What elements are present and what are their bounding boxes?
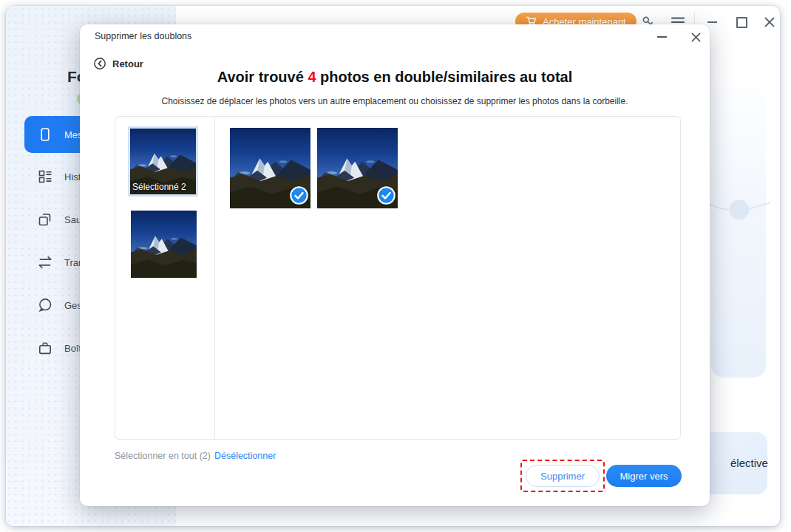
toolbox-icon bbox=[37, 340, 53, 356]
window-close-button[interactable] bbox=[761, 14, 778, 30]
minimize-icon bbox=[707, 21, 717, 23]
migrate-button[interactable]: Migrer vers bbox=[606, 465, 682, 487]
selection-summary-text: Sélectionner en tout (2) bbox=[115, 451, 211, 461]
close-icon bbox=[764, 17, 775, 27]
group-list: Sélectionné 2 bbox=[115, 117, 215, 439]
duplicate-photo-2[interactable] bbox=[317, 128, 398, 208]
mountain-photo bbox=[131, 211, 197, 278]
group-thumbnail-selected[interactable]: Sélectionné 2 bbox=[128, 126, 198, 197]
selection-summary: Sélectionner en tout (2)Désélectionner bbox=[115, 451, 276, 461]
maximize-icon bbox=[736, 17, 747, 28]
delete-duplicates-dialog: Supprimer les doublons Retour Avoir trou… bbox=[80, 24, 710, 506]
window-maximize-button[interactable] bbox=[733, 14, 750, 30]
dialog-title: Supprimer les doublons bbox=[95, 31, 191, 41]
delete-button[interactable]: Supprimer bbox=[526, 465, 600, 487]
dialog-minimize-button[interactable] bbox=[652, 27, 671, 47]
device-preview-panel bbox=[711, 85, 766, 378]
dialog-close-button[interactable] bbox=[686, 27, 705, 47]
dialog-heading: Avoir trouvé 4 photos en double/similair… bbox=[80, 69, 710, 86]
close-icon bbox=[691, 33, 701, 42]
group-thumbnail[interactable] bbox=[131, 211, 197, 278]
duplicate-count: 4 bbox=[308, 69, 316, 85]
phone-icon bbox=[37, 126, 53, 143]
minimize-icon bbox=[657, 36, 667, 38]
transfer-icon bbox=[37, 254, 53, 270]
backup-icon bbox=[37, 211, 53, 228]
checkmark-icon[interactable] bbox=[290, 186, 308, 205]
screen: For Mes a Histor bbox=[0, 0, 791, 532]
heading-suffix: photos en double/similaires au total bbox=[316, 69, 573, 85]
heading-prefix: Avoir trouvé bbox=[217, 69, 308, 85]
back-label: Retour bbox=[112, 58, 143, 69]
deselect-link[interactable]: Désélectionner bbox=[214, 451, 276, 461]
selective-backup-card-text: élective bbox=[730, 457, 768, 469]
duplicates-panel: Sélectionné 2 bbox=[115, 116, 681, 440]
selected-count-overlay: Sélectionné 2 bbox=[132, 182, 186, 192]
duplicate-photo-1[interactable] bbox=[230, 128, 310, 208]
checkmark-icon[interactable] bbox=[377, 186, 396, 205]
history-icon bbox=[37, 168, 53, 185]
chat-icon bbox=[37, 297, 53, 313]
dialog-description: Choisissez de déplacer les photos vers u… bbox=[80, 96, 710, 106]
